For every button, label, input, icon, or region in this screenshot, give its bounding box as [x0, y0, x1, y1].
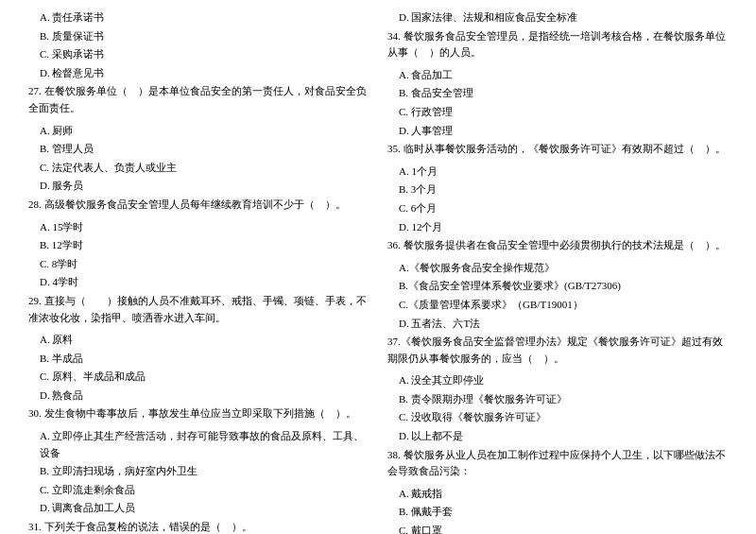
option-item: D. 熟食品 [28, 388, 369, 405]
option-item: C. 采购承诺书 [28, 46, 369, 63]
option-item: D. 4学时 [28, 274, 369, 291]
question-item: 38. 餐饮服务从业人员在加工制作过程中应保持个人卫生，以下哪些做法不会导致食品… [387, 447, 728, 480]
option-item: D. 五者法、六T法 [387, 316, 728, 333]
option-item: D. 12个月 [387, 219, 728, 236]
page-content: A. 责任承诺书B. 质量保证书C. 采购承诺书D. 检督意见书27. 在餐饮服… [28, 9, 728, 534]
option-item: D. 服务员 [28, 178, 369, 195]
option-item: B. 食品安全管理 [387, 85, 728, 102]
option-item: A. 责任承诺书 [28, 9, 369, 26]
option-item: A. 食品加工 [387, 67, 728, 84]
option-item: C. 立即流走剩余食品 [28, 482, 369, 499]
question-item: 34. 餐饮服务食品安全管理员，是指经统一培训考核合格，在餐饮服务单位从事（ ）… [387, 28, 728, 61]
question-item: 27. 在餐饮服务单位（ ）是本单位食品安全的第一责任人，对食品安全负全面责任。 [28, 83, 369, 116]
question-item: 36. 餐饮服务提供者在食品安全管理中必须贯彻执行的技术法规是（ ）。 [387, 237, 728, 254]
option-item: B. 管理人员 [28, 141, 369, 158]
option-item: A. 没全其立即停业 [387, 372, 728, 389]
option-item: B. 3个月 [387, 181, 728, 198]
option-item: C. 戴口罩 [387, 523, 728, 534]
option-item: C. 8学时 [28, 256, 369, 273]
question-item: 37.《餐饮服务食品安全监督管理办法》规定《餐饮服务许可证》超过有效期限仍从事餐… [387, 334, 728, 367]
option-item: C.《质量管理体系要求》（GB/T19001） [387, 297, 728, 314]
option-item: D. 人事管理 [387, 123, 728, 140]
option-item: B. 半成品 [28, 351, 369, 368]
option-item: C. 6个月 [387, 200, 728, 217]
option-item: B.《食品安全管理体系餐饮业要求》(GB/T27306) [387, 278, 728, 295]
option-item: D. 国家法律、法规和相应食品安全标准 [387, 9, 728, 26]
option-item: A. 15学时 [28, 219, 369, 236]
option-item: A.《餐饮服务食品安全操作规范》 [387, 260, 728, 277]
option-item: D. 检督意见书 [28, 65, 369, 82]
option-item: B. 立即清扫现场，病好室内外卫生 [28, 463, 369, 480]
question-item: 29. 直接与（ ）接触的人员不准戴耳环、戒指、手镯、项链、手表，不准浓妆化妆，… [28, 293, 369, 326]
question-item: 28. 高级餐饮服务食品安全管理人员每年继续教育培训不少于（ ）。 [28, 197, 369, 214]
option-item: B. 质量保证书 [28, 28, 369, 45]
question-item: 35. 临时从事餐饮服务活动的，《餐饮服务许可证》有效期不超过（ ）。 [387, 141, 728, 158]
right-column: D. 国家法律、法规和相应食品安全标准34. 餐饮服务食品安全管理员，是指经统一… [387, 9, 728, 534]
option-item: D. 调离食品加工人员 [28, 500, 369, 517]
option-item: B. 12学时 [28, 237, 369, 254]
option-item: A. 立即停止其生产经营活动，封存可能导致事故的食品及原料、工具、设备 [28, 428, 369, 461]
option-item: C. 法定代表人、负责人或业主 [28, 160, 369, 177]
option-item: A. 厨师 [28, 123, 369, 140]
option-item: D. 以上都不是 [387, 428, 728, 445]
option-item: B. 责令限期办理《餐饮服务许可证》 [387, 391, 728, 408]
option-item: B. 佩戴手套 [387, 504, 728, 521]
question-item: 30. 发生食物中毒事故后，事故发生单位应当立即采取下列措施（ ）。 [28, 405, 369, 422]
option-item: C. 行政管理 [387, 104, 728, 121]
left-column: A. 责任承诺书B. 质量保证书C. 采购承诺书D. 检督意见书27. 在餐饮服… [28, 9, 369, 534]
option-item: C. 原料、半成品和成品 [28, 369, 369, 386]
option-item: C. 没收取得《餐饮服务许可证》 [387, 409, 728, 426]
question-item: 31. 下列关于食品复检的说法，错误的是（ ）。 [28, 519, 369, 534]
option-item: A. 原料 [28, 332, 369, 349]
option-item: A. 戴戒指 [387, 486, 728, 503]
option-item: A. 1个月 [387, 164, 728, 181]
